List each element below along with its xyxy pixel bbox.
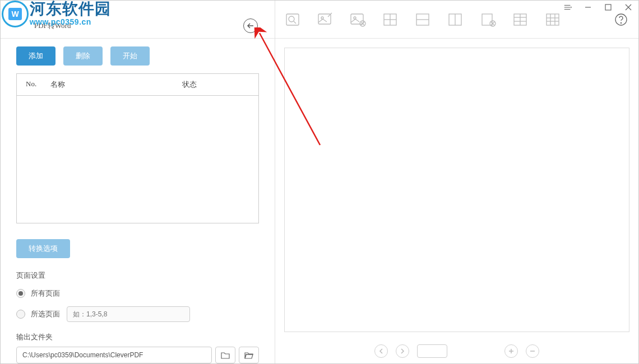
minimize-button[interactable] (578, 1, 598, 14)
page-number-input[interactable] (417, 344, 447, 358)
svg-point-12 (321, 17, 323, 19)
output-folder-label: 输出文件夹 (16, 332, 259, 342)
pager-controls (275, 339, 638, 363)
col-header-status: 状态 (182, 80, 249, 90)
output-path-field[interactable]: C:\Users\pc0359\Documents\CleverPDF (16, 347, 212, 363)
file-list-header: No. 名称 状态 (17, 74, 258, 96)
radio-selected-pages[interactable] (16, 310, 25, 319)
folder-icon (221, 351, 230, 359)
chevron-left-icon (378, 348, 384, 354)
zoom-button[interactable] (283, 10, 302, 29)
image-remove-icon (349, 12, 366, 27)
col-header-no: No. (26, 80, 50, 90)
zoom-in-button[interactable] (504, 344, 518, 358)
svg-rect-26 (482, 14, 492, 25)
delete-button[interactable]: 删除 (63, 46, 103, 66)
start-button[interactable]: 开始 (110, 46, 150, 66)
svg-rect-34 (547, 14, 559, 25)
minus-icon (530, 348, 535, 354)
split-vertical-button[interactable] (446, 10, 465, 29)
maximize-button[interactable] (598, 1, 618, 14)
split-vertical-icon (447, 12, 464, 27)
next-page-button[interactable] (396, 344, 409, 358)
magnifier-icon (284, 12, 301, 27)
grid-4-icon (382, 12, 399, 27)
svg-line-13 (328, 13, 332, 17)
prev-page-button[interactable] (374, 344, 388, 358)
browse-folder-button[interactable] (215, 347, 235, 363)
back-button[interactable] (243, 18, 258, 33)
svg-line-10 (294, 21, 296, 24)
chevron-right-icon (400, 348, 405, 354)
add-button[interactable]: 添加 (16, 46, 55, 66)
svg-point-15 (354, 17, 356, 19)
col-header-name: 名称 (50, 80, 182, 90)
edit-image-button[interactable] (316, 10, 335, 29)
split-horizontal-button[interactable] (413, 10, 432, 29)
zoom-out-button[interactable] (526, 344, 539, 358)
split-horizontal-icon (414, 12, 431, 27)
right-panel (275, 1, 638, 363)
remove-image-button[interactable] (348, 10, 367, 29)
plus-icon (508, 348, 514, 354)
preview-canvas (284, 48, 629, 332)
folder-open-icon (244, 351, 253, 359)
radio-selected-pages-label: 所选页面 (31, 309, 60, 319)
open-folder-button[interactable] (239, 347, 259, 363)
svg-point-9 (289, 16, 294, 22)
page-remove-icon (479, 12, 496, 27)
action-button-row: 添加 删除 开始 (16, 46, 259, 66)
left-panel: PDF转Word 添加 删除 开始 No. 名称 状态 (1, 1, 275, 363)
titlebar-controls (558, 1, 638, 14)
svg-rect-8 (286, 14, 299, 25)
grid-9-icon (544, 12, 561, 27)
left-header: PDF转Word (1, 13, 275, 39)
table-button[interactable] (511, 10, 530, 29)
menu-button[interactable] (558, 1, 578, 14)
table-icon (512, 12, 529, 27)
page-range-input[interactable] (67, 306, 190, 322)
app-window: W 河东软件园 www.pc0359.cn PDF转Word 添加 删除 开始 (0, 0, 639, 364)
svg-point-40 (621, 22, 621, 23)
convert-options-button[interactable]: 转换选项 (16, 239, 70, 258)
page-settings-label: 页面设置 (16, 270, 259, 281)
file-list-table: No. 名称 状态 (16, 73, 259, 223)
grid-4-button[interactable] (381, 10, 400, 29)
svg-rect-4 (605, 4, 611, 10)
page-title: PDF转Word (34, 21, 71, 31)
arrow-left-icon (247, 22, 254, 30)
image-edit-icon (317, 12, 334, 27)
page-remove-button[interactable] (478, 10, 497, 29)
close-button[interactable] (618, 1, 638, 14)
radio-all-pages[interactable] (16, 289, 25, 298)
help-icon (614, 13, 628, 26)
radio-all-pages-label: 所有页面 (31, 288, 60, 298)
